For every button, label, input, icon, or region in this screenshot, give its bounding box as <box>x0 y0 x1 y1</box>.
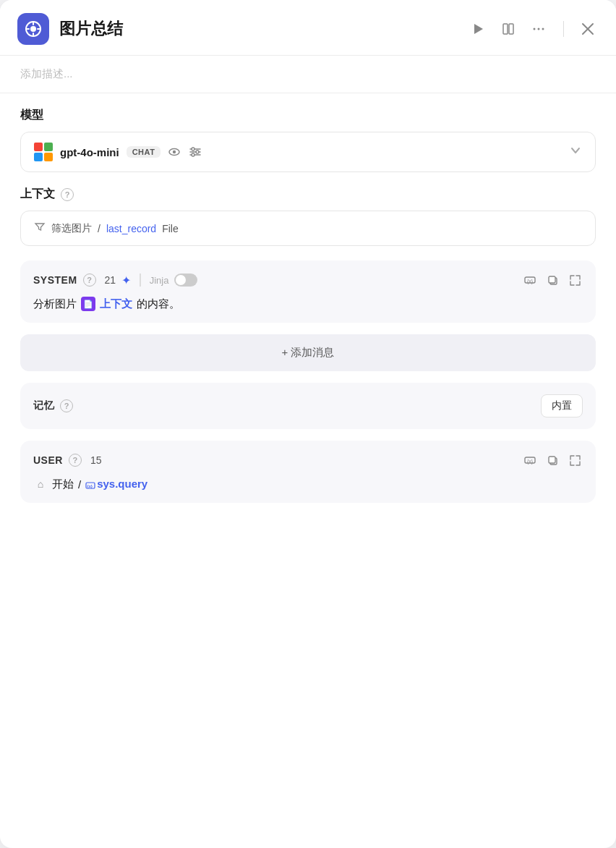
jinja-label: Jinja <box>150 275 169 286</box>
svg-point-20 <box>196 150 199 153</box>
context-separator: / <box>98 223 100 234</box>
header-divider <box>563 21 565 37</box>
svg-text:{x}: {x} <box>87 484 93 488</box>
svg-point-11 <box>542 28 544 30</box>
user-copy-button[interactable] <box>545 453 560 468</box>
home-icon: ⌂ <box>33 477 48 491</box>
memory-builtin-button[interactable]: 内置 <box>541 394 583 417</box>
svg-rect-7 <box>503 24 508 34</box>
model-section-label: 模型 <box>20 108 596 123</box>
model-section: 模型 gpt-4o-mini CHAT <box>0 93 616 172</box>
memory-label: 记忆 <box>33 399 54 412</box>
expand-button[interactable] <box>568 273 583 288</box>
svg-rect-25 <box>549 276 555 283</box>
system-help-icon[interactable]: ? <box>83 274 96 287</box>
svg-rect-29 <box>549 457 555 463</box>
doc-icon: 📄 <box>81 297 95 311</box>
svg-point-10 <box>537 28 539 30</box>
model-logo <box>34 143 53 161</box>
close-button[interactable] <box>580 21 596 37</box>
system-block: SYSTEM ? 21 ✦ Jinja {x} 分析图片 <box>20 260 596 323</box>
model-name: gpt-4o-mini <box>60 146 119 158</box>
var-name: sys.query <box>97 478 147 490</box>
description-placeholder: 添加描述... <box>20 67 73 80</box>
header: 图片总结 <box>0 0 616 56</box>
user-block-content: ⌂ 开始 / {x}sys.query <box>33 477 583 491</box>
context-section: 上下文 ? 筛选图片 / last_record File <box>0 172 616 246</box>
system-label: SYSTEM <box>33 274 77 286</box>
system-block-actions: {x} <box>522 272 583 288</box>
svg-point-21 <box>192 153 194 156</box>
context-help-icon[interactable]: ? <box>61 188 74 201</box>
user-home-text: 开始 <box>52 478 74 491</box>
svg-marker-6 <box>474 24 483 34</box>
user-var-ref[interactable]: {x}sys.query <box>85 478 147 490</box>
user-label: USER <box>33 454 63 466</box>
user-expand-button[interactable] <box>568 453 583 468</box>
page-title: 图片总结 <box>59 18 459 40</box>
system-block-content: 分析图片 📄 上下文 的内容。 <box>33 297 583 311</box>
svg-point-1 <box>30 26 36 32</box>
model-eye-button[interactable] <box>168 145 181 158</box>
system-count: 21 <box>105 274 116 286</box>
play-button[interactable] <box>469 20 487 38</box>
copy-button[interactable] <box>545 273 560 288</box>
system-block-divider <box>140 274 141 287</box>
model-selector[interactable]: gpt-4o-mini CHAT <box>20 132 596 172</box>
variables-button[interactable]: {x} <box>522 272 538 288</box>
svg-point-19 <box>192 148 194 150</box>
description-area[interactable]: 添加描述... <box>0 56 616 93</box>
user-variables-button[interactable]: {x} <box>522 452 538 468</box>
context-filter-text: 筛选图片 <box>51 222 92 235</box>
memory-label-row: 记忆 ? <box>33 399 73 412</box>
context-label: 上下文 <box>20 187 55 202</box>
svg-text:{x}: {x} <box>527 279 534 284</box>
svg-point-9 <box>533 28 535 30</box>
svg-point-15 <box>173 150 176 153</box>
user-separator: / <box>78 478 81 491</box>
book-button[interactable] <box>500 20 517 38</box>
memory-help-icon[interactable]: ? <box>60 399 73 412</box>
user-count: 15 <box>90 454 102 466</box>
svg-rect-8 <box>509 24 513 34</box>
context-pill[interactable]: 筛选图片 / last_record File <box>20 211 596 246</box>
sparkle-icon: ✦ <box>121 274 131 287</box>
context-ref[interactable]: 上下文 <box>100 297 132 311</box>
context-label-row: 上下文 ? <box>20 187 596 202</box>
svg-text:{x}: {x} <box>527 459 534 465</box>
memory-section: 记忆 ? 内置 <box>20 383 596 429</box>
app-icon <box>17 13 49 45</box>
more-button[interactable] <box>530 20 547 38</box>
context-file-text: File <box>162 223 179 234</box>
system-block-header: SYSTEM ? 21 ✦ Jinja {x} <box>33 272 583 288</box>
context-link[interactable]: last_record <box>106 223 156 234</box>
header-actions <box>469 20 596 38</box>
model-settings-button[interactable] <box>188 145 202 159</box>
filter-icon <box>34 221 46 235</box>
model-expand-icon <box>569 144 582 160</box>
user-block-actions: {x} <box>522 452 583 468</box>
user-block: USER ? 15 {x} ⌂ 开始 / {x}sys.query <box>20 441 596 503</box>
chat-badge: CHAT <box>127 146 161 158</box>
system-content-suffix: 的内容。 <box>137 297 180 311</box>
system-content-prefix: 分析图片 <box>33 297 77 311</box>
user-help-icon[interactable]: ? <box>69 454 82 467</box>
jinja-toggle[interactable] <box>174 274 197 287</box>
user-block-header: USER ? 15 {x} <box>33 452 583 468</box>
toggle-knob <box>176 275 186 285</box>
add-message-button[interactable]: + 添加消息 <box>20 334 596 371</box>
